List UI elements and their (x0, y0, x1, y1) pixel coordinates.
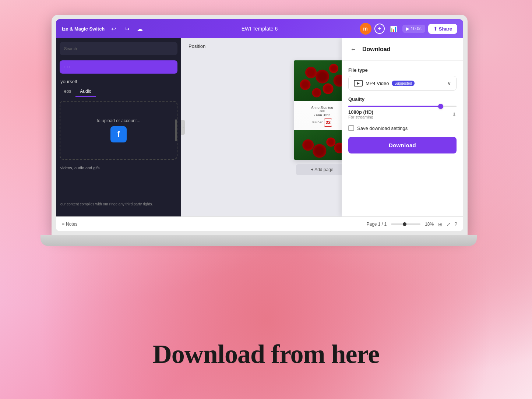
tab-audio[interactable]: Audio (75, 86, 96, 97)
chevron-down-icon: ∨ (447, 80, 451, 86)
expand-icon[interactable]: ⤢ (446, 221, 451, 227)
media-label: videos, audio and gifs (56, 163, 181, 172)
quality-slider-track[interactable] (348, 106, 457, 107)
bottom-heading-text: Download from here (153, 339, 379, 369)
zoom-slider[interactable] (391, 223, 420, 225)
file-type-label: File type (348, 67, 457, 73)
card-text-area: Anna Katrina and Dani Mar SUNDAY 23 (308, 101, 336, 130)
left-sidebar: Search ··· yourself eos Audio to upload … (56, 38, 181, 216)
quality-download-icon: ⬇ (452, 112, 457, 117)
laptop: ize & Magic Switch ↩ ↪ ☁ EWI Template 6 … (52, 15, 479, 254)
play-duration: 10.0s (411, 26, 422, 31)
quality-streaming: For streaming (348, 115, 373, 119)
grid-icon[interactable]: ⊞ (438, 221, 443, 227)
canvas-resize-handle[interactable]: › (181, 120, 185, 135)
position-label: Position (189, 43, 205, 49)
nav-chart-button[interactable]: 📊 (388, 23, 399, 35)
help-icon[interactable]: ? (454, 221, 457, 227)
bottom-icons: ⊞ ⤢ ? (438, 221, 457, 227)
upload-text: to upload or account... (97, 118, 141, 123)
file-type-left: ▶ MP4 Video Suggested (354, 80, 415, 86)
quality-slider-thumb (438, 104, 443, 109)
file-type-dropdown[interactable]: ▶ MP4 Video Suggested ∨ (348, 76, 457, 91)
notes-button[interactable]: ≡ Notes (62, 222, 77, 227)
laptop-base (40, 235, 477, 246)
bottom-bar: ≡ Notes Page 1 / 1 18% ⊞ ⤢ ? (56, 216, 463, 231)
nav-avatar[interactable]: m (360, 23, 371, 35)
quality-info-left: 1080p (HD) For streaming (348, 109, 373, 119)
sidebar-section-label: yourself (56, 75, 181, 86)
nav-plus-button[interactable]: + (374, 24, 385, 34)
panel-title: Download (362, 46, 390, 53)
file-type-name: MP4 Video (366, 81, 389, 86)
bottom-heading: Download from here (0, 339, 532, 370)
suggested-badge: Suggested (392, 81, 415, 86)
share-icon: ⬆ (433, 26, 437, 32)
save-label: Save download settings (357, 126, 408, 131)
main-area: Search ··· yourself eos Audio to upload … (56, 38, 463, 216)
zoom-thumb (403, 222, 406, 226)
nav-brand-label: ize & Magic Switch (62, 26, 105, 32)
quality-info-row: 1080p (HD) For streaming ⬇ (348, 109, 457, 119)
search-placeholder: Search (64, 46, 77, 51)
download-button[interactable]: Download (348, 137, 457, 153)
facebook-icon[interactable]: f (110, 126, 127, 142)
save-row: Save download settings (348, 125, 457, 131)
notes-label: Notes (66, 222, 77, 227)
sidebar-tabs: eos Audio (56, 86, 181, 97)
nav-share-button[interactable]: ⬆ Share (428, 24, 457, 34)
card-date-row: SUNDAY 23 (312, 119, 332, 127)
undo-button[interactable]: ↩ (108, 23, 119, 35)
top-nav: ize & Magic Switch ↩ ↪ ☁ EWI Template 6 … (56, 19, 463, 38)
sidebar-search[interactable]: Search (60, 42, 177, 55)
design-name2: Dani Mar (314, 113, 330, 117)
design-name1: Anna Katrina (311, 105, 333, 109)
panel-header: ← Download (342, 38, 463, 61)
card-day: SUNDAY (312, 121, 323, 124)
laptop-screen: ize & Magic Switch ↩ ↪ ☁ EWI Template 6 … (56, 19, 463, 231)
play-icon: ▶ (406, 26, 409, 31)
notes-icon: ≡ (62, 222, 64, 227)
sidebar-purple-bar[interactable]: ··· (60, 60, 177, 74)
laptop-bezel: ize & Magic Switch ↩ ↪ ☁ EWI Template 6 … (52, 15, 468, 236)
quality-slider-fill (348, 106, 440, 107)
page-number: Page 1 / 1 (366, 222, 387, 227)
redo-button[interactable]: ↪ (121, 23, 133, 35)
save-cloud-button[interactable]: ☁ (134, 23, 146, 35)
quality-section: Quality 1080p (HD) For streaming (348, 96, 457, 119)
download-panel: ← Download File type (342, 38, 463, 216)
nav-play-button[interactable]: ▶ 10.0s (402, 25, 425, 33)
page-info: Page 1 / 1 (366, 222, 387, 227)
quality-label: Quality (348, 96, 457, 102)
sidebar-dots: ··· (64, 64, 71, 70)
save-checkbox[interactable] (348, 125, 354, 131)
tab-videos[interactable]: eos (60, 86, 75, 97)
nav-undo-redo-group: ↩ ↪ ☁ (108, 23, 146, 35)
design-and: and (320, 109, 324, 113)
add-page-button[interactable]: + Add page (296, 164, 348, 175)
panel-back-button[interactable]: ← (348, 44, 359, 54)
zoom-percent: 18% (425, 222, 434, 227)
video-icon: ▶ (354, 80, 363, 86)
card-date-box: 23 (324, 119, 332, 127)
panel-body: File type ▶ MP4 Video Suggested (342, 61, 463, 160)
compliance-text: our content complies with our ringe any … (56, 200, 157, 209)
file-type-section: File type ▶ MP4 Video Suggested (348, 67, 457, 91)
sidebar-scroll-handle[interactable] (175, 119, 177, 141)
upload-area[interactable]: to upload or account... f (60, 101, 177, 160)
nav-title: EWI Template 6 (242, 26, 278, 32)
quality-resolution: 1080p (HD) (348, 109, 373, 115)
canva-app: ize & Magic Switch ↩ ↪ ☁ EWI Template 6 … (56, 19, 463, 231)
